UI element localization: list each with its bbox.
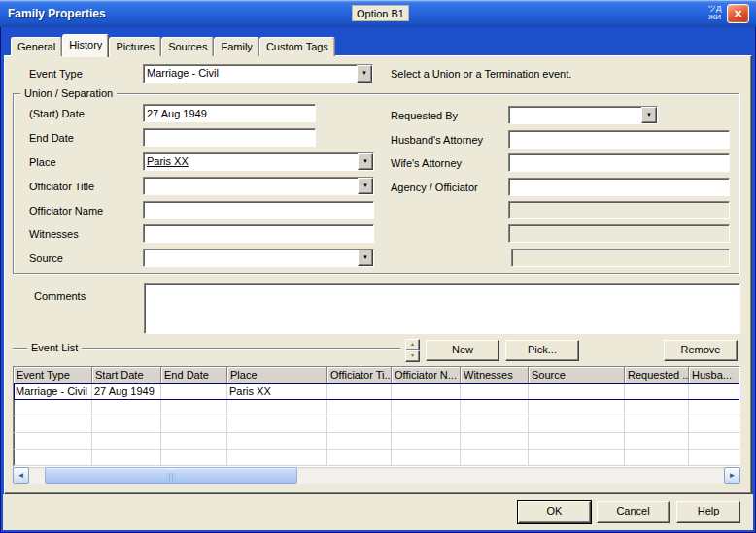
agency-officiator-field-wrap xyxy=(508,178,730,196)
column-header[interactable]: Source xyxy=(529,367,625,383)
event-table: Event Type Start Date End Date Place Off… xyxy=(13,366,740,467)
close-button[interactable]: ✕ xyxy=(727,4,749,23)
event-table-header: Event Type Start Date End Date Place Off… xyxy=(14,367,739,383)
source-combobox[interactable]: ▼ xyxy=(143,249,374,267)
column-header[interactable]: Start Date xyxy=(92,367,161,383)
tab-custom-tags[interactable]: Custom Tags xyxy=(259,37,335,56)
event-list-legend: Event List xyxy=(27,342,82,354)
place-value[interactable]: Paris XX xyxy=(144,153,358,170)
table-empty-row[interactable] xyxy=(14,433,739,450)
agency-officiator-input[interactable] xyxy=(509,179,729,195)
husbands-attorney-label: Husband's Attorney xyxy=(391,134,483,147)
witnesses-label: Witnesses xyxy=(29,228,79,241)
comments-label: Comments xyxy=(34,290,86,303)
start-date-input[interactable] xyxy=(144,105,315,121)
union-separation-legend: Union / Separation xyxy=(20,87,117,100)
officiator-name-field-wrap xyxy=(143,201,374,219)
scroll-left-button[interactable]: ◄ xyxy=(13,467,29,484)
remove-button[interactable]: Remove xyxy=(664,340,738,361)
source-dropdown-icon[interactable]: ▼ xyxy=(358,250,373,266)
start-date-field-wrap xyxy=(143,104,316,122)
disabled-field-3 xyxy=(511,249,730,267)
officiator-title-label: Officiator Title xyxy=(29,181,94,193)
column-header[interactable]: Event Type xyxy=(14,367,92,383)
tab-family[interactable]: Family xyxy=(214,37,258,56)
cancel-button[interactable]: Cancel xyxy=(597,501,670,523)
table-empty-row[interactable] xyxy=(14,416,739,433)
table-empty-row[interactable] xyxy=(14,450,739,466)
column-header[interactable]: End Date xyxy=(161,367,227,383)
family-properties-dialog: Family Properties Option B1 ツДЖИ ✕ Gener… xyxy=(0,0,756,533)
thumb-grip-icon xyxy=(167,473,176,481)
officiator-name-input[interactable] xyxy=(144,202,373,218)
table-row-selected[interactable]: Marriage - Civil 27 Aug 1949 Paris XX xyxy=(14,383,739,400)
start-date-label: (Start) Date xyxy=(29,108,85,120)
event-type-value: Marriage - Civil xyxy=(144,65,357,83)
help-button[interactable]: Help xyxy=(676,501,740,523)
place-dropdown-icon[interactable]: ▼ xyxy=(358,153,373,170)
column-header[interactable]: Officiator Ti... xyxy=(327,367,392,383)
tab-sources[interactable]: Sources xyxy=(161,37,214,56)
titlebar[interactable]: Family Properties Option B1 ツДЖИ ✕ xyxy=(0,0,756,27)
comments-field-wrap xyxy=(144,283,740,334)
pick-button[interactable]: Pick... xyxy=(505,340,579,361)
event-list-spin-down[interactable]: ▼ xyxy=(405,350,420,362)
end-date-input[interactable] xyxy=(144,129,315,146)
agency-officiator-label: Agency / Officiator xyxy=(391,182,478,194)
wifes-attorney-label: Wife's Attorney xyxy=(391,157,462,170)
tab-general[interactable]: General xyxy=(11,37,62,56)
spin-down-icon: ▼ xyxy=(410,352,415,358)
table-empty-row[interactable] xyxy=(14,400,739,416)
end-date-field-wrap xyxy=(143,128,316,147)
column-header[interactable]: Place xyxy=(227,367,327,383)
officiator-title-dropdown-icon[interactable]: ▼ xyxy=(358,178,373,194)
witnesses-input[interactable] xyxy=(144,225,373,242)
disabled-field-1 xyxy=(508,201,730,219)
wifes-attorney-input[interactable] xyxy=(509,154,729,171)
husbands-attorney-input[interactable] xyxy=(509,131,729,148)
horizontal-scrollbar[interactable]: ◄ ► xyxy=(13,467,740,484)
scrollbar-track[interactable] xyxy=(29,467,724,484)
officiator-name-label: Officiator Name xyxy=(29,205,103,217)
tab-pictures[interactable]: Pictures xyxy=(109,37,161,56)
spin-up-icon: ▲ xyxy=(410,341,415,347)
comments-textarea[interactable] xyxy=(145,284,739,333)
close-icon: ✕ xyxy=(734,8,742,19)
window-title: Family Properties xyxy=(8,0,106,27)
disabled-field-2 xyxy=(508,224,730,243)
event-table-body: Marriage - Civil 27 Aug 1949 Paris XX xyxy=(14,383,739,467)
scroll-right-icon: ► xyxy=(729,471,737,480)
officiator-title-combobox[interactable]: ▼ xyxy=(143,177,374,195)
scroll-left-icon: ◄ xyxy=(17,471,25,480)
event-type-hint: Select a Union or a Termination event. xyxy=(391,68,571,81)
scroll-right-button[interactable]: ► xyxy=(724,467,740,484)
place-combobox[interactable]: Paris XX ▼ xyxy=(143,152,374,171)
new-button[interactable]: New xyxy=(426,340,499,361)
option-badge: Option B1 xyxy=(352,5,409,21)
column-header[interactable]: Requested ... xyxy=(625,367,689,383)
husbands-attorney-field-wrap xyxy=(508,130,730,149)
scrollbar-thumb[interactable] xyxy=(45,467,297,484)
officiator-title-value xyxy=(144,178,358,194)
tab-history[interactable]: History xyxy=(62,34,109,57)
witnesses-field-wrap xyxy=(143,224,374,243)
column-header[interactable]: Husba... xyxy=(689,367,740,383)
titlebar-deco-icon: ツДЖИ xyxy=(704,4,725,23)
source-value xyxy=(144,250,358,266)
requested-by-label: Requested By xyxy=(391,110,458,122)
requested-by-combobox[interactable]: ▼ xyxy=(508,106,658,124)
ok-button[interactable]: OK xyxy=(518,501,591,523)
event-type-label: Event Type xyxy=(29,68,83,81)
place-label: Place xyxy=(29,156,56,169)
wifes-attorney-field-wrap xyxy=(508,153,730,172)
column-header[interactable]: Officiator N... xyxy=(392,367,461,383)
tab-strip: General History Pictures Sources Family … xyxy=(11,34,335,56)
requested-by-value xyxy=(509,107,641,123)
column-header[interactable]: Witnesses xyxy=(461,367,529,383)
end-date-label: End Date xyxy=(29,132,74,145)
requested-by-dropdown-icon[interactable]: ▼ xyxy=(641,107,657,123)
event-type-combobox[interactable]: Marriage - Civil ▼ xyxy=(143,64,373,83)
event-list-spin-up[interactable]: ▲ xyxy=(405,339,420,350)
source-label: Source xyxy=(29,252,63,265)
event-type-dropdown-icon[interactable]: ▼ xyxy=(357,65,372,83)
